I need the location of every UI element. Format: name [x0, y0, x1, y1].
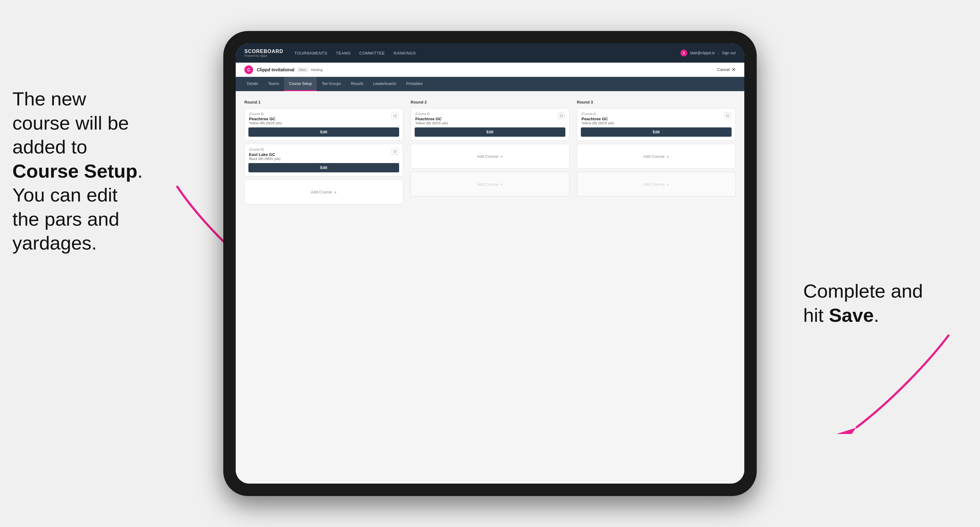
plus-icon-r3-disabled: + [667, 182, 669, 187]
round-3-label: Round 3 [577, 100, 736, 105]
tab-bar: Details Teams Course Setup Tee Groups Re… [236, 77, 744, 91]
nav-rankings[interactable]: RANKINGS [393, 49, 416, 57]
round-1-label: Round 1 [244, 100, 403, 105]
nav-items: TOURNAMENTS TEAMS COMMITTEE RANKINGS [294, 49, 681, 57]
round-3-add-course-button[interactable]: Add Course + [577, 144, 736, 169]
round-3-course-a-card: (Course A) Peachtree GC Yellow (M) (6629… [577, 108, 736, 141]
round-2-course-a-header: (Course A) Peachtree GC Yellow (M) (6629… [411, 108, 569, 127]
round-3-course-a-name: Peachtree GC [581, 117, 614, 121]
round-1-course-a-tag: (Course A) [249, 112, 282, 116]
round-2-column: Round 2 (Course A) Peachtree GC Yellow (… [410, 100, 570, 207]
sub-header: C Clippd Invitational Men Hosting Cancel… [236, 63, 744, 77]
tab-results[interactable]: Results [346, 77, 368, 91]
round-2-course-a-edit-button[interactable]: Edit [415, 127, 565, 137]
round-1-course-b-header: (Course B) East Lake GC Black (M) (6891 … [245, 144, 403, 163]
round-2-course-a-delete-button[interactable]: ⊟ [558, 112, 565, 119]
round-3-column: Round 3 (Course A) Peachtree GC Yellow (… [577, 100, 736, 207]
annotation-right: Complete and hit Save. [803, 279, 964, 327]
round-3-course-a-info: (Course A) Peachtree GC Yellow (M) (6629… [581, 112, 614, 125]
tab-printables[interactable]: Printables [401, 77, 428, 91]
tournament-logo: C [244, 65, 253, 74]
top-nav: SCOREBOARD Powered by clippd TOURNAMENTS… [236, 43, 744, 63]
round-2-course-a-name: Peachtree GC [415, 117, 448, 121]
rounds-grid: Round 1 (Course A) Peachtree GC Yellow (… [244, 100, 736, 207]
round-1-course-b-tee: Black (M) (6891 yds) [249, 157, 280, 160]
round-3-add-course-disabled: Add Course + [577, 172, 736, 197]
round-1-course-b-delete-button[interactable]: ⊟ [392, 148, 399, 155]
nav-right: B blair@clippd.io | Sign out [681, 49, 736, 56]
round-1-add-course-button[interactable]: Add Course + [244, 179, 403, 204]
tablet-device: SCOREBOARD Powered by clippd TOURNAMENTS… [223, 31, 757, 496]
tab-tee-groups[interactable]: Tee Groups [317, 77, 346, 91]
round-1-course-a-delete-button[interactable]: ⊟ [392, 112, 399, 119]
round-1-course-b-card: (Course B) East Lake GC Black (M) (6891 … [244, 144, 403, 176]
round-1-course-a-info: (Course A) Peachtree GC Yellow (M) (6629… [249, 112, 282, 125]
round-1-course-a-tee: Yellow (M) (6629 yds) [249, 121, 282, 125]
cancel-button[interactable]: Cancel [718, 67, 730, 72]
plus-icon-r2-disabled: + [500, 182, 503, 187]
nav-tournaments[interactable]: TOURNAMENTS [294, 49, 328, 57]
round-2-course-a-tag: (Course A) [415, 112, 448, 116]
logo-subtitle: Powered by clippd [244, 54, 283, 57]
round-3-course-a-tee: Yellow (M) (6629 yds) [581, 121, 614, 125]
plus-icon: + [334, 189, 337, 195]
nav-committee[interactable]: COMMITTEE [360, 49, 385, 57]
round-2-course-a-card: (Course A) Peachtree GC Yellow (M) (6629… [410, 108, 570, 141]
main-content: Round 1 (Course A) Peachtree GC Yellow (… [236, 91, 744, 484]
round-2-course-a-tee: Yellow (M) (6629 yds) [415, 121, 448, 125]
round-3-course-a-header: (Course A) Peachtree GC Yellow (M) (6629… [577, 108, 735, 127]
round-3-course-a-delete-button[interactable]: ⊟ [724, 112, 731, 119]
nav-teams[interactable]: TEAMS [336, 49, 350, 57]
round-1-course-a-edit-button[interactable]: Edit [248, 127, 399, 137]
round-1-course-b-tag: (Course B) [249, 148, 280, 151]
round-2-add-course-button[interactable]: Add Course + [410, 144, 570, 169]
scoreboard-logo: SCOREBOARD Powered by clippd [244, 49, 283, 57]
round-1-course-b-edit-button[interactable]: Edit [248, 163, 399, 172]
hosting-badge: Hosting [311, 68, 323, 71]
tournament-gender: Men [297, 67, 308, 72]
tournament-name: Clippd Invitational [257, 67, 294, 72]
round-3-course-a-tag: (Course A) [581, 112, 614, 116]
tab-leaderboards[interactable]: Leaderboards [368, 77, 401, 91]
round-1-course-a-name: Peachtree GC [249, 117, 282, 121]
plus-icon-r2: + [500, 154, 503, 159]
round-1-course-b-name: East Lake GC [249, 152, 280, 157]
round-1-course-b-info: (Course B) East Lake GC Black (M) (6891 … [249, 148, 280, 160]
tab-teams[interactable]: Teams [263, 77, 284, 91]
round-2-label: Round 2 [410, 100, 570, 105]
round-3-course-a-edit-button[interactable]: Edit [581, 127, 732, 137]
round-2-add-course-disabled: Add Course + [410, 172, 570, 197]
round-1-course-a-card: (Course A) Peachtree GC Yellow (M) (6629… [244, 108, 403, 141]
close-icon[interactable]: ✕ [732, 67, 736, 73]
sign-out-link[interactable]: Sign out [722, 51, 736, 55]
tab-course-setup[interactable]: Course Setup [284, 77, 317, 91]
user-email: blair@clippd.io [690, 51, 715, 55]
user-avatar: B [681, 49, 687, 56]
round-1-column: Round 1 (Course A) Peachtree GC Yellow (… [244, 100, 403, 207]
sub-header-right: Cancel ✕ [718, 67, 736, 73]
round-2-course-a-info: (Course A) Peachtree GC Yellow (M) (6629… [415, 112, 448, 125]
plus-icon-r3: + [667, 154, 669, 159]
round-1-course-a-header: (Course A) Peachtree GC Yellow (M) (6629… [245, 108, 403, 127]
arrow-right [837, 329, 961, 434]
tablet-screen: SCOREBOARD Powered by clippd TOURNAMENTS… [236, 43, 744, 484]
tab-details[interactable]: Details [242, 77, 263, 91]
logo-title: SCOREBOARD [244, 49, 283, 54]
